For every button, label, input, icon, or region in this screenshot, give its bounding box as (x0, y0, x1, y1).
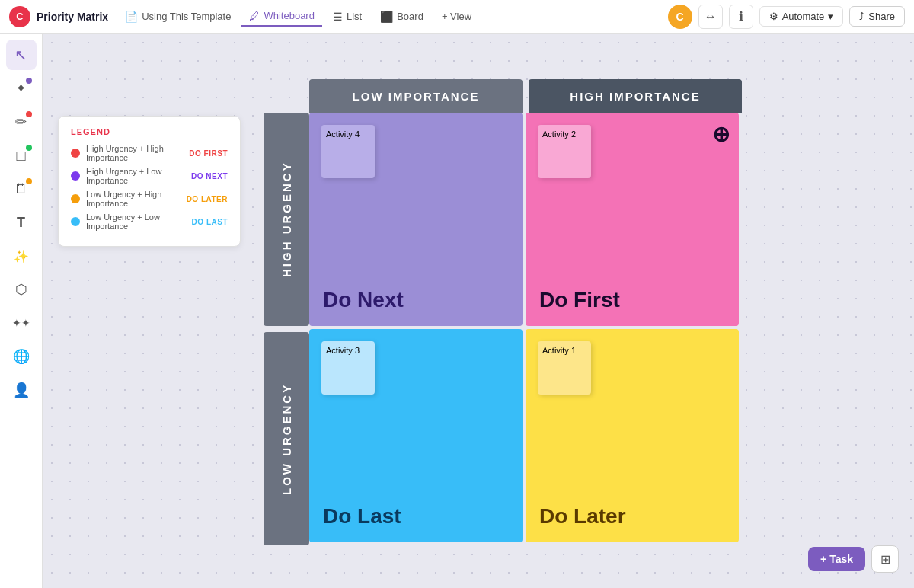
info-icon[interactable]: ℹ (729, 5, 753, 29)
cell-do-next[interactable]: Activity 4 Do Next (309, 113, 523, 326)
share-icon: ⤴ (859, 11, 864, 22)
tool-hand[interactable]: ✦ (6, 73, 37, 104)
shape-icon: □ (16, 147, 25, 165)
share-button[interactable]: ⤴ Share (849, 6, 905, 27)
importance-icon: ⊕ (712, 122, 730, 147)
automate-icon: ⚙ (769, 11, 778, 22)
legend-item-do-next: High Urgency + Low Importance DO NEXT (71, 167, 228, 185)
legend-dot-yellow (71, 194, 80, 203)
tool-pen[interactable]: ✏ (6, 107, 37, 137)
col-header-low-importance: LOW IMPORTANCE (309, 79, 523, 113)
tab-whiteboard[interactable]: 🖊 Whiteboard (241, 7, 321, 27)
main-layout: ↖ ✦ ✏ □ 🗒 T ✨ ⬡ ✦✦ 🌐 (0, 34, 914, 588)
app-logo: C (9, 6, 30, 27)
tool-sticky[interactable]: 🗒 (6, 174, 37, 204)
nav-right-section: C ↔ ℹ ⚙ Automate ▾ ⤴ Share (668, 5, 905, 29)
grid-view-button[interactable]: ⊞ (871, 545, 899, 573)
text-icon: T (17, 215, 25, 231)
canvas-area[interactable]: LEGEND High Urgency + High Importance DO… (43, 34, 914, 588)
sticky-activity4[interactable]: Activity 4 (321, 125, 375, 178)
row-label-low-urgency: LOW URGENCY (264, 332, 309, 545)
tool-ai[interactable]: ✦✦ (6, 308, 37, 338)
top-navigation: C Priority Matrix 📄 Using This Template … (0, 0, 914, 34)
tab-board[interactable]: ⬛ Board (372, 8, 431, 26)
tab-using-template[interactable]: 📄 Using This Template (117, 8, 238, 26)
cell-do-first[interactable]: ⊕ Activity 2 Do First (526, 113, 739, 326)
connect-icon: ⬡ (15, 281, 27, 298)
sticky-activity2[interactable]: Activity 2 (538, 125, 591, 178)
col-header-high-importance: HIGH IMPORTANCE (529, 79, 742, 113)
board-icon: ⬛ (380, 11, 393, 23)
whiteboard-icon: 🖊 (249, 10, 260, 22)
automate-button[interactable]: ⚙ Automate ▾ (759, 6, 844, 27)
matrix-column-headers: LOW IMPORTANCE HIGH IMPORTANCE (309, 79, 742, 113)
avatar: C (668, 5, 692, 29)
tool-text[interactable]: T (6, 207, 37, 238)
sticky-activity1[interactable]: Activity 1 (538, 341, 591, 395)
add-task-button[interactable]: + Task (808, 547, 865, 571)
pen-icon: ✏ (15, 113, 27, 130)
grid-icon: ⊞ (880, 552, 890, 567)
legend-box: LEGEND High Urgency + High Importance DO… (58, 116, 241, 247)
globe-icon: 🌐 (13, 348, 30, 365)
project-title: Priority Matrix (37, 11, 108, 23)
matrix-row-labels: HIGH URGENCY LOW URGENCY (264, 113, 309, 545)
left-sidebar: ↖ ✦ ✏ □ 🗒 T ✨ ⬡ ✦✦ 🌐 (0, 34, 43, 588)
cell-do-last-label: Do Last (323, 504, 401, 529)
list-icon: ☰ (333, 11, 343, 23)
cell-do-later-label: Do Later (539, 504, 626, 529)
cell-do-later[interactable]: Activity 1 Do Later (526, 329, 739, 542)
expand-icon[interactable]: ↔ (698, 5, 723, 29)
sticky-activity3[interactable]: Activity 3 (321, 341, 375, 395)
legend-item-do-last: Low Urgency + Low Importance DO LAST (71, 213, 228, 231)
cell-do-first-label: Do First (539, 288, 620, 312)
matrix-grid: Activity 4 Do Next ⊕ Activity 2 Do First (309, 113, 739, 545)
person-icon: 👤 (13, 382, 30, 398)
legend-dot-blue (71, 217, 80, 226)
sticky-icon: 🗒 (14, 181, 28, 197)
tab-list[interactable]: ☰ List (325, 8, 369, 26)
ai-icon: ✦✦ (12, 317, 30, 329)
tool-select[interactable]: ↖ (6, 40, 37, 70)
bottom-right-toolbar: + Task ⊞ (808, 545, 899, 573)
legend-dot-red (71, 149, 80, 158)
tool-person[interactable]: 👤 (6, 375, 37, 405)
template-icon: 📄 (125, 11, 138, 23)
tab-add-view[interactable]: + View (434, 8, 479, 25)
legend-title: LEGEND (71, 127, 228, 136)
cursor-icon: ↖ (14, 46, 27, 64)
cell-do-last[interactable]: Activity 3 Do Last (309, 329, 523, 542)
matrix-body: HIGH URGENCY LOW URGENCY Activity 4 Do N… (264, 113, 742, 545)
tool-connect[interactable]: ⬡ (6, 274, 37, 305)
legend-item-do-first: High Urgency + High Importance DO FIRST (71, 144, 228, 162)
tool-magic[interactable]: ✨ (6, 241, 37, 271)
sparkle-icon: ✦ (15, 80, 27, 97)
priority-matrix: LOW IMPORTANCE HIGH IMPORTANCE HIGH URGE… (264, 79, 742, 545)
tool-shape[interactable]: □ (6, 140, 37, 171)
row-label-high-urgency: HIGH URGENCY (264, 113, 309, 326)
chevron-down-icon: ▾ (828, 11, 833, 22)
magic-icon: ✨ (14, 249, 29, 264)
legend-dot-purple (71, 171, 80, 181)
cell-do-next-label: Do Next (323, 288, 404, 312)
tool-globe[interactable]: 🌐 (6, 341, 37, 372)
legend-item-do-later: Low Urgency + High Importance DO LATER (71, 190, 228, 208)
